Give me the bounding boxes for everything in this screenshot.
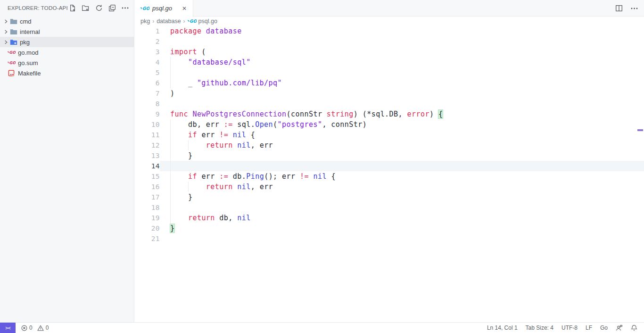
line-number: 13 xyxy=(134,150,160,161)
indent-guide xyxy=(170,78,171,88)
indent-guide xyxy=(170,67,171,78)
code-line-17[interactable]: 17 } xyxy=(134,192,644,202)
tab-psql-go[interactable]: GO psql.go ✕ xyxy=(134,0,193,17)
line-content: package database xyxy=(160,26,644,36)
file-tree: cmdinternalpkgGOgo.modGOgo.sumMakefile xyxy=(0,16,134,78)
go-icon: GO xyxy=(188,19,197,24)
remote-indicator[interactable]: >< xyxy=(0,323,16,333)
code-line-19[interactable]: 19 return db, nil xyxy=(134,213,644,223)
split-editor-icon xyxy=(615,5,623,12)
error-count: 0 xyxy=(29,325,33,331)
breadcrumb-separator: › xyxy=(183,18,185,25)
go-file-icon: GO xyxy=(8,60,16,65)
status-eol-sequence[interactable]: LF xyxy=(586,325,592,331)
warning-icon xyxy=(37,325,44,331)
code-line-18[interactable]: 18 xyxy=(134,202,644,213)
code-line-12[interactable]: 12 return nil, err xyxy=(134,140,644,150)
code-line-7[interactable]: 7) xyxy=(134,88,644,99)
problems-status[interactable]: 0 0 xyxy=(21,325,51,331)
indent-guide xyxy=(170,150,171,161)
code-line-16[interactable]: 16 return nil, err xyxy=(134,182,644,192)
tree-item-pkg[interactable]: pkg xyxy=(0,37,134,47)
line-number: 17 xyxy=(134,192,160,202)
line-number: 2 xyxy=(134,36,160,47)
code-line-1[interactable]: 1package database xyxy=(134,26,644,36)
collapse-all-icon xyxy=(108,4,116,12)
collapse-all-button[interactable] xyxy=(108,4,116,12)
breadcrumb-item-database[interactable]: database xyxy=(157,18,181,25)
editor-group: GO psql.go ✕ pkg›database›GOpsql.go 1pac… xyxy=(134,0,644,322)
code-line-6[interactable]: 6 _ "github.com/lib/pq" xyxy=(134,78,644,88)
line-number: 14 xyxy=(134,161,160,171)
refresh-icon xyxy=(95,4,103,12)
code-line-15[interactable]: 15 if err := db.Ping(); err != nil { xyxy=(134,171,644,182)
code-line-5[interactable]: 5 xyxy=(134,67,644,78)
code-editor[interactable]: 1package database23import (4 "database/s… xyxy=(134,26,644,322)
line-number: 15 xyxy=(134,171,160,182)
status-encoding[interactable]: UTF-8 xyxy=(561,325,578,331)
line-number: 1 xyxy=(134,26,160,36)
tree-item-makefile[interactable]: Makefile xyxy=(0,68,134,78)
line-number: 21 xyxy=(134,233,160,244)
tree-item-cmd[interactable]: cmd xyxy=(0,16,134,26)
code-line-11[interactable]: 11 if err != nil { xyxy=(134,130,644,140)
line-content: } xyxy=(160,150,644,161)
line-number: 3 xyxy=(134,47,160,57)
error-icon xyxy=(21,325,27,331)
explorer-actions xyxy=(68,4,129,12)
line-number: 5 xyxy=(134,67,160,78)
ellipsis-button[interactable] xyxy=(121,4,129,12)
breadcrumb-item-pkg[interactable]: pkg xyxy=(140,18,150,25)
code-line-13[interactable]: 13 } xyxy=(134,150,644,161)
code-line-9[interactable]: 9func NewPostgresConnection(connStr stri… xyxy=(134,109,644,119)
line-content xyxy=(160,202,644,213)
code-line-2[interactable]: 2 xyxy=(134,36,644,47)
code-line-21[interactable]: 21 xyxy=(134,233,644,244)
line-content: return nil, err xyxy=(160,140,644,150)
status-language-mode[interactable]: Go xyxy=(600,325,608,331)
breadcrumb: pkg›database›GOpsql.go xyxy=(134,17,644,26)
breadcrumb-item-psql-go[interactable]: GOpsql.go xyxy=(188,18,217,25)
folder-pkg-icon xyxy=(9,39,17,45)
refresh-button[interactable] xyxy=(95,4,103,12)
ellipsis-icon xyxy=(122,7,129,9)
tree-item-go-sum[interactable]: GOgo.sum xyxy=(0,58,134,68)
line-number: 8 xyxy=(134,99,160,109)
indent-guide xyxy=(170,130,171,140)
close-icon[interactable]: ✕ xyxy=(181,5,188,12)
split-editor-button[interactable] xyxy=(615,5,623,12)
makefile-icon xyxy=(8,70,16,76)
indent-guide xyxy=(188,182,189,192)
status-cursor-position[interactable]: Ln 14, Col 1 xyxy=(487,325,518,331)
breadcrumb-label: database xyxy=(157,18,181,25)
folder-icon xyxy=(9,18,17,25)
indent-guide xyxy=(170,192,171,202)
status-indentation[interactable]: Tab Size: 4 xyxy=(526,325,553,331)
line-content xyxy=(160,99,644,109)
code-line-4[interactable]: 4 "database/sql" xyxy=(134,57,644,67)
explorer-title: EXPLORER: TODO-API xyxy=(8,5,68,11)
line-number: 6 xyxy=(134,78,160,88)
line-content xyxy=(160,161,644,171)
line-number: 12 xyxy=(134,140,160,150)
warning-count: 0 xyxy=(46,325,49,331)
remote-icon: >< xyxy=(5,325,10,331)
code-line-8[interactable]: 8 xyxy=(134,99,644,109)
ellipsis-icon xyxy=(631,8,638,9)
feedback-icon[interactable] xyxy=(616,325,623,331)
tree-item-go-mod[interactable]: GOgo.mod xyxy=(0,47,134,58)
new-folder-button[interactable] xyxy=(82,4,90,12)
new-file-button[interactable] xyxy=(68,4,76,12)
bell-icon[interactable] xyxy=(631,325,637,331)
tree-item-label: go.sum xyxy=(18,59,38,67)
ellipsis-button[interactable] xyxy=(631,8,638,9)
go-icon: GO xyxy=(140,6,149,11)
tree-item-internal[interactable]: internal xyxy=(0,26,134,37)
code-line-20[interactable]: 20} xyxy=(134,223,644,233)
code-line-14[interactable]: 14 xyxy=(134,161,644,171)
code-line-3[interactable]: 3import ( xyxy=(134,47,644,57)
chevron-right-icon xyxy=(2,30,9,34)
line-number: 16 xyxy=(134,182,160,192)
code-line-10[interactable]: 10 db, err := sql.Open("postgres", connS… xyxy=(134,119,644,130)
indent-guide xyxy=(170,202,171,213)
